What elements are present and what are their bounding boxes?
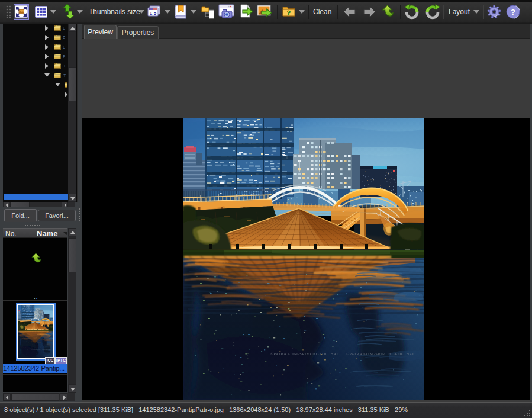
svg-text:?: ? xyxy=(287,8,291,17)
svg-text:E: E xyxy=(63,45,65,50)
svg-text:F: F xyxy=(63,54,65,59)
svg-text:T: T xyxy=(63,64,66,69)
svg-text:©PATRA KONGSRIMONGKOLCHAI: ©PATRA KONGSRIMONGKOLCHAI xyxy=(270,352,338,356)
svg-text:?: ? xyxy=(511,8,515,17)
svg-text:©PATRA KONGSRIMONGKOLCHAI: ©PATRA KONGSRIMONGKOLCHAI xyxy=(346,352,414,356)
svg-text:1-5: 1-5 xyxy=(150,11,157,16)
svg-text:T: T xyxy=(63,73,66,78)
svg-text:C: C xyxy=(63,26,65,31)
svg-text:D: D xyxy=(63,36,65,40)
